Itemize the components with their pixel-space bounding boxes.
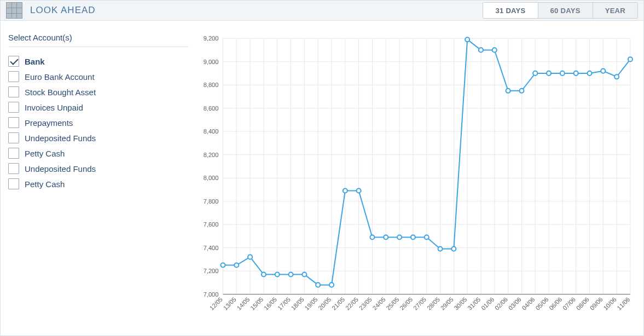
chart-marker[interactable]	[370, 235, 374, 240]
chart-marker[interactable]	[574, 71, 578, 76]
account-item[interactable]: Petty Cash	[8, 146, 189, 161]
account-item[interactable]: Stock Bought Asset	[8, 84, 189, 100]
svg-text:7,600: 7,600	[204, 222, 219, 228]
svg-text:8,400: 8,400	[204, 129, 219, 135]
svg-text:14/05: 14/05	[235, 296, 251, 311]
chart-marker[interactable]	[221, 263, 225, 268]
account-item[interactable]: Bank	[8, 54, 189, 69]
svg-text:30/05: 30/05	[452, 296, 468, 311]
svg-text:11/06: 11/06	[616, 296, 631, 311]
checkbox-icon[interactable]	[8, 163, 19, 174]
svg-text:02/06: 02/06	[494, 296, 509, 311]
chart-marker[interactable]	[248, 255, 252, 259]
chart-marker[interactable]	[425, 235, 429, 240]
account-label: Invoices Unpaid	[25, 103, 83, 112]
checkbox-icon[interactable]	[8, 117, 19, 128]
chart-marker[interactable]	[587, 71, 591, 76]
checkbox-icon[interactable]	[8, 178, 19, 189]
chart-marker[interactable]	[479, 48, 483, 53]
svg-text:7,800: 7,800	[204, 198, 219, 205]
account-label: Prepayments	[25, 118, 73, 128]
svg-text:31/05: 31/05	[466, 296, 481, 311]
svg-text:8,200: 8,200	[204, 152, 219, 158]
svg-text:16/05: 16/05	[263, 296, 278, 311]
range-button-31days[interactable]: 31 DAYS	[483, 3, 537, 18]
account-sidebar: Select Account(s) BankEuro Bank AccountS…	[8, 33, 189, 328]
svg-text:27/05: 27/05	[412, 296, 427, 311]
checkbox-icon[interactable]	[8, 102, 19, 113]
chart-marker[interactable]	[451, 247, 456, 251]
svg-text:9,000: 9,000	[204, 59, 219, 65]
chart-marker[interactable]	[234, 263, 239, 268]
chart-marker[interactable]	[357, 189, 361, 193]
chart-marker[interactable]	[492, 48, 497, 53]
chart-marker[interactable]	[628, 57, 633, 62]
chart-area: 7,0007,2007,4007,6007,8008,0008,2008,400…	[194, 33, 636, 328]
range-button-60days[interactable]: 60 DAYS	[538, 3, 593, 18]
account-item[interactable]: Undeposited Funds	[8, 161, 189, 176]
svg-text:7,400: 7,400	[204, 245, 219, 251]
chart-marker[interactable]	[329, 283, 334, 287]
account-label: Undeposited Funds	[25, 134, 96, 143]
checkbox-icon[interactable]	[8, 148, 19, 159]
svg-text:06/06: 06/06	[548, 296, 563, 311]
svg-text:13/05: 13/05	[222, 296, 237, 311]
svg-text:26/05: 26/05	[398, 296, 414, 311]
checkbox-icon[interactable]	[8, 71, 19, 82]
svg-text:12/05: 12/05	[208, 296, 224, 311]
svg-text:05/06: 05/06	[534, 296, 549, 311]
checkbox-icon[interactable]	[8, 86, 19, 97]
account-item[interactable]: Invoices Unpaid	[8, 100, 189, 115]
account-label: Petty Cash	[25, 149, 65, 158]
chart-marker[interactable]	[397, 235, 402, 240]
svg-text:10/06: 10/06	[602, 296, 617, 311]
svg-text:9,200: 9,200	[204, 36, 219, 42]
account-item[interactable]: Prepayments	[8, 115, 189, 130]
svg-text:22/05: 22/05	[344, 296, 359, 311]
chart-marker[interactable]	[288, 273, 293, 277]
svg-text:20/05: 20/05	[317, 296, 332, 311]
chart-marker[interactable]	[519, 89, 524, 93]
svg-text:18/05: 18/05	[290, 296, 305, 311]
chart-marker[interactable]	[601, 69, 605, 73]
chart-marker[interactable]	[275, 273, 280, 277]
chart-marker[interactable]	[547, 71, 551, 76]
svg-text:19/05: 19/05	[304, 296, 319, 311]
chart-marker[interactable]	[438, 247, 442, 251]
svg-text:07/06: 07/06	[561, 296, 577, 311]
sidebar-rule	[8, 47, 189, 47]
chart-marker[interactable]	[465, 38, 469, 42]
checkbox-icon[interactable]	[8, 132, 19, 143]
chart-marker[interactable]	[262, 273, 266, 277]
range-button-year[interactable]: YEAR	[593, 3, 637, 18]
panel-body: Select Account(s) BankEuro Bank AccountS…	[1, 21, 643, 335]
checkbox-icon[interactable]	[8, 56, 19, 67]
chart-marker[interactable]	[411, 235, 415, 240]
account-label: Petty Cash	[25, 179, 65, 189]
svg-text:21/05: 21/05	[330, 296, 346, 311]
svg-text:24/05: 24/05	[372, 296, 387, 311]
svg-text:01/06: 01/06	[480, 296, 495, 311]
chart-marker[interactable]	[316, 283, 320, 287]
account-item[interactable]: Undeposited Funds	[8, 130, 189, 146]
account-label: Stock Bought Asset	[25, 88, 96, 97]
svg-text:08/06: 08/06	[575, 296, 590, 311]
chart-marker[interactable]	[560, 71, 565, 76]
look-ahead-chart[interactable]: 7,0007,2007,4007,6007,8008,0008,2008,400…	[194, 33, 636, 328]
svg-text:25/05: 25/05	[385, 296, 400, 311]
svg-text:17/05: 17/05	[276, 296, 292, 311]
chart-marker[interactable]	[506, 89, 510, 93]
chart-marker[interactable]	[343, 189, 347, 193]
chart-marker[interactable]	[302, 273, 306, 277]
svg-text:09/06: 09/06	[589, 296, 604, 311]
svg-text:03/06: 03/06	[507, 296, 523, 311]
panel-title: LOOK AHEAD	[30, 5, 96, 16]
svg-text:8,600: 8,600	[204, 105, 219, 112]
account-item[interactable]: Petty Cash	[8, 176, 189, 192]
chart-marker[interactable]	[384, 235, 388, 240]
chart-marker[interactable]	[533, 71, 537, 76]
chart-marker[interactable]	[614, 75, 619, 79]
account-label: Bank	[25, 57, 45, 66]
account-item[interactable]: Euro Bank Account	[8, 69, 189, 84]
account-list: BankEuro Bank AccountStock Bought AssetI…	[8, 54, 189, 192]
